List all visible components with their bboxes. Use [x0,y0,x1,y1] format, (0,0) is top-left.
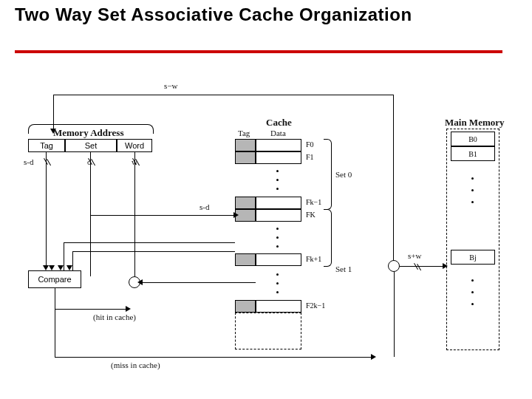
dot-c1 [276,170,279,172]
wire-compare-out [55,288,55,309]
bus-join [388,260,400,272]
label-set1: Set 1 [335,265,352,273]
cache-data-0 [256,139,301,151]
label-hit: (hit in cache) [93,313,136,321]
wire-tag-fb1 [64,242,235,243]
cache-tag-1 [235,151,256,164]
arrow-hit [126,306,131,312]
cache-tag-k1 [235,197,256,209]
cache-label-Fkp1: Fk+1 [306,255,321,263]
wire-set-down [90,152,91,276]
cache-data-s1b [256,300,301,313]
cache-label-F0: F0 [306,140,314,149]
field-tag: Tag [28,139,65,152]
page-title: Two Way Set Associative Cache Organizati… [15,4,412,25]
memory-address-title: Memory Address [53,127,123,139]
brace-set0 [324,139,332,210]
cache-dashed-cont [235,313,301,349]
wire-top-down-r [393,95,394,261]
compare-box: Compare [28,270,81,288]
cache-tag-s1b [235,300,256,313]
wire-bus-down [394,272,395,357]
wire-top [53,95,393,95]
label-sd: s-d [24,157,33,166]
cache-col-tag: Tag [238,129,250,137]
dot-c2 [276,179,279,181]
cache-data-k [256,209,301,222]
label-sw-bus: s+w [408,251,421,260]
cache-data-k1 [256,197,301,209]
arrow-compare-in2 [49,265,55,270]
dot-c5 [276,236,279,239]
cache-data-1 [256,151,301,164]
arrow-miss [371,354,376,360]
cache-label-F1: F1 [306,153,314,161]
dot-c7 [276,273,279,276]
cache-title: Cache [266,117,292,129]
wire-miss-v [55,309,55,357]
wire-hit [55,309,127,310]
wire-mux-data [140,282,256,283]
wire-tag-down [46,152,47,267]
mm-dashed-outline [446,129,499,350]
cache-label-F2k1: F2k−1 [306,301,325,310]
wire-miss-h [55,357,372,358]
title-underline [15,50,502,53]
cache-tag-0 [235,139,256,151]
diagram-canvas: s−w Memory Address Tag Set Word s-d d w … [0,58,532,399]
dot-c9 [276,291,279,293]
main-memory-title: Main Memory [445,117,505,129]
cache-tag-s1a [235,253,256,266]
wire-to-mm [400,266,444,267]
field-set: Set [65,139,117,152]
cache-col-data: Data [270,129,286,137]
cache-label-Fk: FK [306,211,316,219]
dot-c4 [276,228,279,230]
cache-label-Fk1: Fk−1 [306,198,321,206]
arrow-tag-into-compare [43,265,49,270]
dot-c6 [276,245,279,248]
label-miss: (miss in cache) [111,361,160,369]
field-word: Word [117,139,152,152]
arrow-compare-in3 [58,265,64,270]
arrow-mux-data [137,279,143,285]
brace-set1 [324,209,332,267]
arrow-compare-in4 [66,265,72,270]
wire-set-select [90,215,235,216]
wire-tag-fb1v [64,242,64,270]
dot-c3 [276,188,279,190]
arrow-set-select [233,212,239,218]
label-set0: Set 0 [335,170,352,179]
cache-data-s1a [256,253,301,266]
wire-tag-fb2v [72,251,73,270]
label-sd-mid: s-d [200,202,209,211]
dot-c8 [276,282,279,284]
wire-word-down [134,152,135,276]
wire-tag-fb2 [72,251,235,252]
label-sw: s−w [164,81,177,90]
